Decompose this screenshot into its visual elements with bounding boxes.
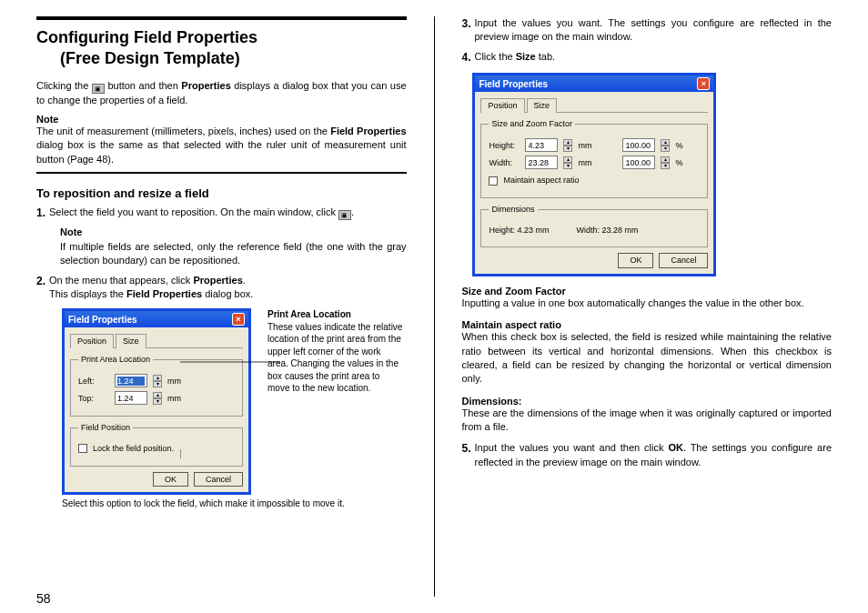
height-pct-field[interactable]: [622, 138, 655, 152]
height-label: Height:: [489, 140, 520, 152]
note-body: The unit of measurement (millimeters, pi…: [36, 125, 407, 166]
left-field[interactable]: [115, 374, 147, 387]
desc-heading: Size and Zoom Factor: [461, 286, 832, 296]
group-print-area-location: Print Area Location: [78, 354, 153, 366]
left-spinner[interactable]: ▴▾: [153, 375, 162, 387]
width-pct-field[interactable]: [622, 156, 655, 169]
dimension-height: Height: 4.23 mm: [489, 225, 549, 236]
close-icon[interactable]: ×: [697, 77, 710, 90]
cancel-button[interactable]: Cancel: [659, 253, 708, 268]
properties-icon: ▣: [338, 210, 351, 220]
step-item: 2. On the menu that appears, click Prope…: [36, 274, 407, 302]
page-number: 58: [36, 591, 51, 606]
ok-button[interactable]: OK: [153, 472, 188, 487]
step-item: 3. Input the values you want. The settin…: [461, 16, 832, 45]
lock-label: Lock the field position.: [93, 443, 174, 455]
desc-body: Inputting a value in one box automatical…: [461, 296, 832, 310]
desc-body: When this check box is selected, the fie…: [461, 330, 832, 387]
callout-heading: Print Area Location: [267, 308, 404, 321]
figure-caption: Select this option to lock the field, wh…: [62, 498, 407, 508]
lock-checkbox[interactable]: [78, 444, 87, 453]
desc-body: These are the dimensions of the image wh…: [461, 407, 832, 435]
dialog-title: Field Properties: [68, 315, 137, 325]
width-label: Width:: [489, 157, 520, 169]
top-field[interactable]: [115, 391, 147, 405]
group-field-position: Field Position: [78, 422, 133, 434]
left-label: Left:: [78, 376, 109, 387]
tab-size[interactable]: Size: [116, 334, 146, 348]
intro-text: Clicking the ▣ button and then Propertie…: [36, 79, 407, 108]
cancel-button[interactable]: Cancel: [194, 472, 243, 487]
tab-position[interactable]: Position: [70, 334, 114, 348]
width-pct-spinner[interactable]: ▴▾: [661, 156, 670, 169]
group-size-zoom: Size and Zoom Factor: [489, 118, 575, 130]
close-icon[interactable]: ×: [232, 313, 245, 326]
top-spinner[interactable]: ▴▾: [153, 392, 162, 405]
column-divider: [434, 16, 435, 597]
note-heading: Note: [36, 114, 407, 125]
width-spinner[interactable]: ▴▾: [563, 156, 572, 169]
maintain-aspect-label: Maintain aspect ratio: [503, 175, 579, 186]
height-pct-spinner[interactable]: ▴▾: [661, 139, 670, 152]
section-title: Configuring Field Properties (Free Desig…: [36, 27, 407, 68]
desc-heading: Maintain aspect ratio: [461, 319, 832, 330]
height-field[interactable]: [525, 138, 558, 152]
step-item: 1. Select the field you want to repositi…: [36, 206, 407, 268]
step-item: 5. Input the values you want and then cl…: [461, 441, 832, 469]
properties-icon: ▣: [92, 84, 105, 94]
note-heading: Note: [60, 226, 407, 239]
top-label: Top:: [78, 393, 109, 405]
field-properties-dialog-size: Field Properties × Position Size Size an…: [472, 73, 716, 276]
dimension-width: Width: 23.28 mm: [577, 225, 639, 236]
tab-position[interactable]: Position: [480, 98, 524, 113]
desc-heading: Dimensions:: [461, 396, 832, 407]
step-item: 4. Click the Size tab.: [461, 50, 832, 64]
tab-size[interactable]: Size: [527, 98, 558, 113]
ok-button[interactable]: OK: [618, 253, 653, 268]
group-dimensions: Dimensions: [489, 204, 537, 216]
maintain-aspect-checkbox[interactable]: [489, 176, 498, 186]
width-field[interactable]: [525, 156, 558, 169]
height-spinner[interactable]: ▴▾: [563, 139, 572, 152]
dialog-title: Field Properties: [479, 79, 548, 89]
subsection-heading: To reposition and resize a field: [36, 186, 407, 200]
